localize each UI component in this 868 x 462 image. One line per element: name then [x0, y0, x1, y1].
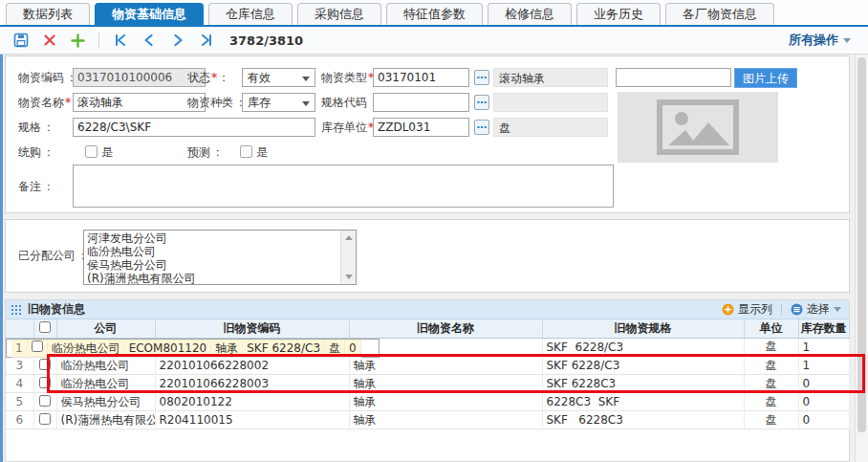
page-scrollbar-thumb[interactable] — [857, 57, 866, 432]
cell-row-number: 3 — [6, 357, 33, 375]
company-list-item[interactable]: 临汾热电公司 — [87, 245, 337, 258]
cell-company: 临汾热电公司 — [56, 375, 155, 393]
row-checkbox[interactable] — [39, 413, 51, 425]
select-menu-button[interactable]: 选择 — [791, 301, 841, 318]
table-row[interactable]: 1临汾热电公司ECOM801120轴承SKF 6228/C3盘0 — [6, 339, 380, 358]
scroll-up-icon[interactable] — [345, 235, 353, 240]
status-select[interactable]: 有效 — [242, 68, 315, 87]
image-path-field[interactable] — [616, 68, 731, 87]
table-row[interactable]: 4临汾热电公司220101066228003轴承SKF 6228C3盘0 — [6, 375, 849, 393]
cell-old-code: R204110015 — [155, 411, 349, 429]
spec-field[interactable] — [73, 118, 315, 137]
type-field[interactable] — [373, 68, 469, 87]
unified-purchase-checkbox[interactable] — [85, 145, 98, 158]
cell-old-code: 220101066228002 — [155, 357, 349, 375]
stock-unit-display: 盘 — [493, 118, 608, 137]
all-operations-label: 所有操作 — [789, 32, 838, 49]
row-checkbox[interactable] — [32, 341, 43, 352]
status-label: 状态*： — [187, 68, 229, 87]
old-material-panel: 旧物资信息 显示列 选择 — [5, 299, 850, 462]
section-separator — [781, 304, 782, 316]
add-icon[interactable] — [70, 33, 86, 49]
next-record-icon[interactable] — [169, 33, 185, 49]
qty-header: 库存数量 — [798, 319, 849, 338]
cell-company: 临汾热电公司 — [47, 340, 124, 358]
table-row[interactable]: 5侯马热电分公司0802010122轴承6228C3 SKF盘0 — [6, 393, 849, 411]
tab[interactable]: 各厂物资信息 — [665, 3, 774, 25]
select-all-checkbox[interactable] — [39, 321, 51, 333]
spec-code-display — [493, 93, 608, 112]
spec-code-lookup-button[interactable]: … — [474, 95, 489, 110]
stock-unit-field[interactable] — [373, 118, 469, 137]
spec-code-field[interactable] — [373, 93, 469, 112]
cell-old-code: 220101066228003 — [155, 375, 349, 393]
cell-company: (R)蒲洲热电有限公司 — [56, 411, 155, 429]
assigned-companies-listbox[interactable]: 河津发电分公司临汾热电公司侯马热电分公司(R)蒲洲热电有限公司 — [83, 230, 357, 285]
spec-label: 规格： — [18, 118, 54, 137]
code-field — [73, 68, 206, 87]
stock-unit-lookup-button[interactable]: … — [474, 120, 489, 135]
company-list-item[interactable]: 侯马热电分公司 — [87, 258, 337, 272]
company-list-item[interactable]: (R)蒲洲热电有限公司 — [87, 272, 337, 285]
cell-row-number: 4 — [6, 375, 33, 393]
type-display: 滚动轴承 — [493, 68, 608, 87]
old-code-header: 旧物资编码 — [155, 319, 349, 338]
remarks-textarea[interactable] — [73, 165, 614, 208]
save-icon[interactable] — [12, 33, 29, 49]
page-scrollbar[interactable] — [855, 55, 868, 462]
tab[interactable]: 仓库信息 — [208, 3, 293, 25]
cell-qty: 1 — [798, 357, 849, 375]
cell-row-number: 6 — [6, 411, 33, 429]
cell-old-name: 轴承 — [349, 393, 542, 411]
assigned-companies-label: 已分配公司： — [18, 246, 89, 265]
chevron-down-icon — [834, 307, 841, 312]
tab[interactable]: 特征值参数 — [386, 3, 483, 25]
tab-bar: 数据列表物资基础信息仓库信息采购信息特征值参数检修信息业务历史各厂物资信息 — [0, 0, 868, 27]
cell-old-name: 轴承 — [349, 375, 542, 393]
prev-record-icon[interactable] — [141, 33, 157, 49]
chevron-down-icon — [302, 101, 310, 106]
table-row[interactable]: 3临汾热电公司220101066228002轴承SKF 6228/C3盘1 — [6, 357, 849, 375]
row-checkbox[interactable] — [39, 377, 51, 388]
drag-handle-icon[interactable] — [11, 304, 21, 315]
scroll-down-icon[interactable] — [345, 275, 353, 279]
chevron-down-icon — [302, 77, 310, 81]
tab[interactable]: 数据列表 — [6, 3, 90, 25]
cell-checkbox — [33, 375, 56, 393]
row-checkbox[interactable] — [39, 359, 51, 370]
old-name-header: 旧物资名称 — [349, 319, 542, 338]
show-columns-icon — [722, 303, 734, 316]
forecast-checkbox[interactable] — [240, 145, 252, 158]
old-material-section-bar: 旧物资信息 显示列 选择 — [6, 300, 849, 319]
cell-unit: 盘 — [744, 411, 798, 429]
toolbar-separator — [98, 33, 99, 48]
type-lookup-button[interactable]: … — [474, 70, 489, 85]
assigned-company-list: 河津发电分公司临汾热电公司侯马热电分公司(R)蒲洲热电有限公司 — [84, 231, 340, 284]
old-material-title: 旧物资信息 — [28, 301, 85, 318]
show-columns-button[interactable]: 显示列 — [722, 301, 772, 318]
table-row[interactable]: 6(R)蒲洲热电有限公司R204110015轴承SKF 6228C3盘0 — [6, 411, 849, 429]
image-upload-button[interactable]: 图片上传 — [734, 68, 797, 88]
cell-old-spec: SKF 6228C3 — [542, 375, 744, 393]
last-record-icon[interactable] — [198, 33, 214, 49]
listbox-scrollbar[interactable] — [340, 231, 356, 284]
name-field[interactable] — [73, 93, 206, 112]
cell-old-spec: 6228C3 SKF — [542, 393, 744, 411]
company-list-item[interactable]: 河津发电分公司 — [87, 231, 337, 245]
cell-company: 侯马热电分公司 — [56, 393, 155, 411]
all-operations-button[interactable]: 所有操作 — [789, 32, 851, 49]
row-checkbox[interactable] — [39, 395, 51, 407]
select-all-header — [33, 319, 56, 338]
tab[interactable]: 检修信息 — [488, 3, 572, 25]
kind-select[interactable]: 库存 — [242, 93, 315, 112]
delete-icon[interactable] — [41, 33, 57, 49]
cell-unit: 盘 — [744, 393, 798, 411]
tab[interactable]: 业务历史 — [576, 3, 661, 25]
first-record-icon[interactable] — [112, 33, 128, 49]
cell-qty: 1 — [798, 339, 849, 357]
cell-row-number: 1 — [11, 340, 27, 358]
tab[interactable]: 采购信息 — [297, 3, 381, 25]
company-header: 公司 — [56, 319, 155, 338]
tab[interactable]: 物资基础信息 — [95, 3, 204, 25]
old-material-tbody: 1临汾热电公司ECOM801120轴承SKF 6228/C3盘02临汾热电公司2… — [6, 338, 849, 429]
